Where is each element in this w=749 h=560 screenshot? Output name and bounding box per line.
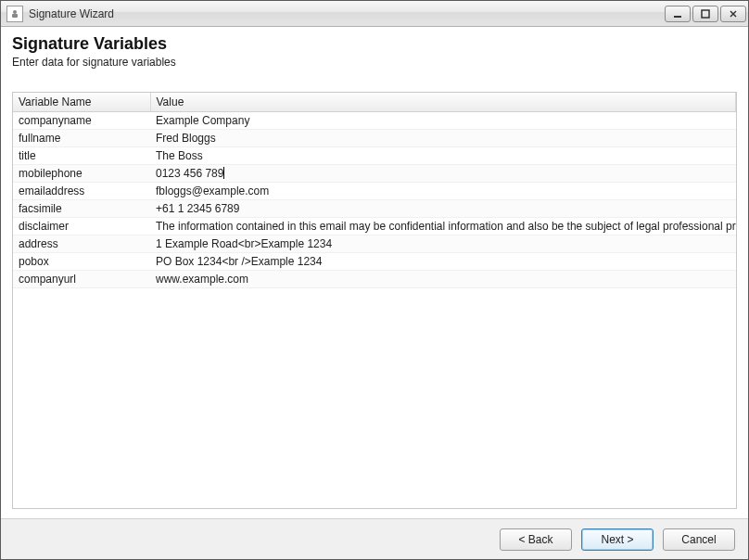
svg-rect-2 [674, 16, 681, 18]
variable-name-cell[interactable]: companyname [13, 112, 150, 130]
variable-name-cell[interactable]: pobox [13, 253, 150, 271]
table-row[interactable]: companynameExample Company [13, 112, 736, 130]
variable-value-cell[interactable]: 0123 456 789 [150, 165, 736, 183]
variable-name-cell[interactable]: facsimile [13, 200, 150, 218]
column-header-value[interactable]: Value [150, 93, 736, 112]
variable-value-cell[interactable]: www.example.com [150, 271, 736, 288]
window-title: Signature Wizard [29, 7, 114, 20]
table-row[interactable]: poboxPO Box 1234<br />Example 1234 [13, 253, 736, 271]
minimize-icon [673, 9, 682, 19]
variable-value-cell[interactable]: The information contained in this email … [150, 218, 736, 235]
variable-name-cell[interactable]: companyurl [13, 271, 150, 288]
window-controls [665, 6, 746, 22]
titlebar[interactable]: Signature Wizard [1, 1, 748, 27]
variable-value-cell[interactable]: Fred Bloggs [150, 130, 736, 147]
variable-value-cell[interactable]: The Boss [150, 147, 736, 165]
page-subtitle: Enter data for signature variables [12, 56, 737, 69]
variable-value-cell[interactable]: +61 1 2345 6789 [150, 200, 736, 218]
table-row[interactable]: address1 Example Road<br>Example 1234 [13, 235, 736, 253]
table-row[interactable]: fullnameFred Bloggs [13, 130, 736, 147]
table-row[interactable]: disclaimerThe information contained in t… [13, 218, 736, 235]
variable-name-cell[interactable]: emailaddress [13, 183, 150, 200]
table-empty-area [13, 288, 736, 508]
wizard-content: Signature Variables Enter data for signa… [1, 27, 748, 518]
table-row[interactable]: companyurlwww.example.com [13, 271, 736, 288]
cancel-button[interactable]: Cancel [663, 528, 735, 551]
wizard-header: Signature Variables Enter data for signa… [1, 27, 748, 79]
wizard-footer: < Back Next > Cancel [1, 518, 748, 559]
variable-value-cell[interactable]: fbloggs@example.com [150, 183, 736, 200]
table-row[interactable]: facsimile +61 1 2345 6789 [13, 200, 736, 218]
variable-name-cell[interactable]: mobilephone [13, 165, 150, 183]
variable-name-cell[interactable]: title [13, 147, 150, 165]
svg-rect-3 [702, 10, 709, 18]
column-header-name[interactable]: Variable Name [13, 93, 150, 112]
minimize-button[interactable] [665, 6, 691, 22]
variables-table[interactable]: Variable Name Value companynameExample C… [13, 93, 736, 288]
svg-point-0 [13, 10, 17, 14]
maximize-button[interactable] [692, 6, 718, 22]
variable-value-cell[interactable]: 1 Example Road<br>Example 1234 [150, 235, 736, 253]
variable-value-cell[interactable]: PO Box 1234<br />Example 1234 [150, 253, 736, 271]
maximize-icon [701, 9, 710, 19]
variable-name-cell[interactable]: address [13, 235, 150, 253]
page-heading: Signature Variables [12, 34, 737, 54]
text-caret [223, 167, 224, 179]
close-button[interactable] [720, 6, 746, 22]
table-row[interactable]: emailaddressfbloggs@example.com [13, 183, 736, 200]
back-button[interactable]: < Back [500, 528, 572, 551]
variables-table-container: Variable Name Value companynameExample C… [12, 92, 737, 509]
app-icon [6, 6, 23, 22]
table-row[interactable]: mobilephone0123 456 789 [13, 165, 736, 183]
variable-name-cell[interactable]: fullname [13, 130, 150, 147]
variable-name-cell[interactable]: disclaimer [13, 218, 150, 235]
next-button[interactable]: Next > [581, 528, 654, 551]
variable-value-cell[interactable]: Example Company [150, 112, 736, 130]
svg-rect-1 [12, 14, 18, 18]
close-icon [729, 9, 738, 19]
table-row[interactable]: titleThe Boss [13, 147, 736, 165]
signature-wizard-window: Signature Wizard Signature Variables Ent… [0, 0, 749, 560]
